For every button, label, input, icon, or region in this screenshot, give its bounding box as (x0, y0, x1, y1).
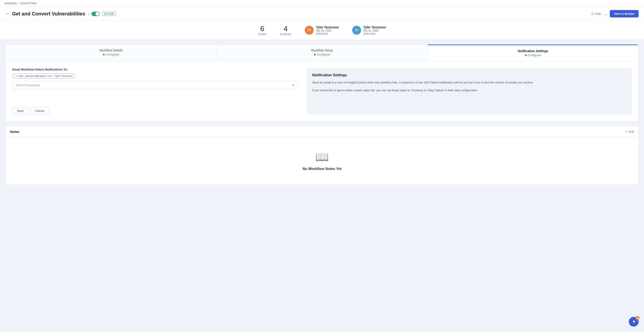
created-name: Tyler Terenzoni (316, 26, 338, 29)
updated-avatar: TT (352, 26, 361, 35)
created-info: Tyler Terenzoni Apr 29, 2022 CREATED (316, 26, 338, 35)
toggle-track[interactable] (92, 12, 100, 16)
updated-name: Tyler Terenzoni (363, 26, 386, 29)
stat-updated: TT Tyler Terenzoni Oct 11, 2022 UPDATED (352, 26, 386, 35)
edit-label: Edit (629, 130, 634, 133)
created-label: CREATED (316, 33, 338, 35)
email-tag-container: ✕ tyler_terenzoni@rapid7.com - Tyler Ter… (12, 73, 298, 81)
form-actions: Save Cancel (12, 107, 298, 115)
page-title: Get and Convert Vulnerabilities (12, 11, 85, 17)
steps-label: STEPS (258, 33, 266, 36)
info-panel-text1: Send an email to a user of InsightConnec… (312, 80, 626, 85)
page-header: ← Get and Convert Vulnerabilities ✓ ACTI… (0, 7, 644, 21)
header-right: ⓘ Help ... View in Builder (591, 10, 639, 18)
toggle-switch[interactable]: ✓ (88, 12, 100, 16)
tab-notification-settings-title: Notification Settings (432, 49, 634, 53)
stats-row: 6 STEPS 4 PLUGINS TT Tyler Terenzoni Apr… (0, 21, 644, 40)
tab-workflow-details-status-text: Configured (106, 53, 119, 56)
edit-notes-button[interactable]: ✏ Edit (626, 130, 634, 133)
stat-created: TT Tyler Terenzoni Apr 29, 2022 CREATED (305, 26, 338, 35)
status-dot-notifications (525, 54, 527, 56)
tab-notification-settings-status-text: Configured (528, 54, 541, 57)
notification-layout: Email Workflow Failure Notifications To:… (12, 68, 632, 115)
notes-section: Notes ✏ Edit 📖 No Workflow Notes Yet (5, 126, 639, 185)
active-badge: ACTIVE (102, 12, 116, 16)
tab-workflow-setup-status-text: Configured (317, 53, 330, 56)
created-date: Apr 29, 2022 (316, 29, 338, 32)
header-left: ← Get and Convert Vulnerabilities ✓ ACTI… (5, 11, 116, 17)
select-placeholder: Select Recipient(s) (16, 84, 40, 87)
stat-plugins: 4 PLUGINS (280, 25, 291, 36)
plugins-count: 4 (280, 25, 291, 33)
more-button[interactable]: ... (604, 12, 607, 16)
stat-steps: 6 STEPS (258, 25, 266, 36)
recipient-select[interactable]: Select Recipient(s) ⇅ (12, 81, 298, 89)
cancel-button[interactable]: Cancel (31, 107, 49, 115)
breadcrumb: Workflows / Control Panel (0, 0, 644, 7)
tab-workflow-setup-title: Workflow Setup (221, 49, 423, 52)
updated-info: Tyler Terenzoni Oct 11, 2022 UPDATED (363, 26, 386, 35)
tab-notification-settings-status: Configured (432, 54, 634, 57)
main-content: Email Workflow Failure Notifications To:… (5, 61, 639, 122)
info-panel-title: Notification Settings (312, 73, 626, 77)
tab-notification-settings[interactable]: Notification Settings Configured (428, 45, 638, 61)
save-button[interactable]: Save (12, 107, 28, 115)
notes-body: 📖 No Workflow Notes Yet (6, 137, 638, 184)
notes-header: Notes ✏ Edit (6, 126, 638, 137)
pencil-icon: ✏ (626, 130, 628, 133)
updated-date: Oct 11, 2022 (363, 29, 386, 32)
email-tag-remove[interactable]: ✕ (15, 75, 17, 78)
created-avatar: TT (305, 26, 314, 35)
tab-workflow-details[interactable]: Workflow Details Configured (6, 45, 217, 61)
select-arrows-icon: ⇅ (292, 84, 294, 87)
tab-workflow-setup[interactable]: Workflow Setup Configured (217, 45, 428, 61)
help-button[interactable]: ⓘ Help (591, 12, 601, 16)
email-tag: ✕ tyler_terenzoni@rapid7.com - Tyler Ter… (12, 73, 76, 79)
breadcrumb-workflows[interactable]: Workflows (4, 2, 17, 5)
tabs-container: Workflow Details Configured Workflow Set… (5, 44, 639, 61)
info-panel-text2: If you would like to ignore when certain… (312, 88, 626, 93)
status-dot-setup (314, 54, 316, 56)
toggle-thumb (96, 12, 99, 16)
help-circle-icon: ⓘ (591, 12, 594, 16)
view-in-builder-button[interactable]: View in Builder (610, 10, 639, 18)
no-notes-text: No Workflow Notes Yet (10, 167, 634, 171)
breadcrumb-separator: / (18, 2, 19, 5)
plugins-label: PLUGINS (280, 33, 291, 36)
breadcrumb-control-panel[interactable]: Control Panel (20, 2, 36, 5)
form-label: Email Workflow Failure Notifications To: (12, 68, 298, 71)
info-panel: Notification Settings Send an email to a… (307, 68, 632, 115)
tab-workflow-setup-status: Configured (221, 53, 423, 56)
email-tag-text: tyler_terenzoni@rapid7.com - Tyler Teren… (18, 75, 73, 78)
notes-title: Notes (10, 130, 20, 134)
updated-label: UPDATED (363, 33, 386, 35)
notes-empty-icon: 📖 (10, 151, 634, 163)
status-dot-details (103, 54, 105, 56)
toggle-checkmark: ✓ (88, 12, 90, 16)
steps-count: 6 (258, 25, 266, 33)
tab-workflow-details-status: Configured (10, 53, 212, 56)
help-label: Help (595, 12, 601, 16)
tab-workflow-details-title: Workflow Details (10, 49, 212, 52)
back-button[interactable]: ← (5, 12, 10, 16)
notification-form: Email Workflow Failure Notifications To:… (12, 68, 298, 115)
